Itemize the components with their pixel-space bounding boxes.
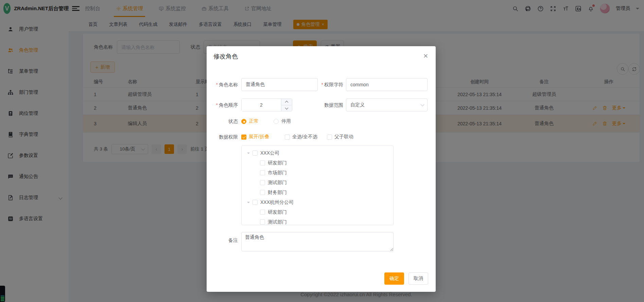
tree-node-dept[interactable]: 市场部门 xyxy=(242,168,393,178)
stepper-down-button[interactable] xyxy=(281,105,292,111)
cancel-button[interactable]: 取消 xyxy=(408,272,428,285)
tree-node-label: 测试部门 xyxy=(268,180,287,186)
radio-icon xyxy=(241,119,246,124)
tree-node-dept[interactable]: 测试部门 xyxy=(242,178,393,188)
tree-node-label: XXX杭州分公司 xyxy=(260,199,294,206)
status-label: 状态 xyxy=(208,115,238,128)
checkbox-icon xyxy=(327,135,332,140)
role-order-label: *角色顺序 xyxy=(208,99,238,111)
required-asterisk: * xyxy=(321,82,323,87)
checkbox-icon[interactable] xyxy=(260,190,265,195)
checkbox-label: 全选/全不选 xyxy=(292,134,317,140)
required-asterisk: * xyxy=(216,82,218,87)
confirm-button[interactable]: 确定 xyxy=(384,272,404,285)
tree-node-label: 财务部门 xyxy=(268,190,287,196)
tree-expand-caret-icon[interactable] xyxy=(247,202,250,205)
checkbox-icon[interactable] xyxy=(260,219,265,225)
data-permission-label: 数据权限 xyxy=(208,130,238,143)
radio-label: 正常 xyxy=(249,118,259,124)
tree-node-label: 测试部门 xyxy=(268,219,287,225)
status-normal-radio[interactable]: 正常 xyxy=(241,118,259,124)
remark-textarea[interactable]: 普通角色 xyxy=(241,232,394,251)
chevron-down-icon xyxy=(420,103,424,106)
tree-node-dept[interactable]: 研发部门 xyxy=(242,207,393,217)
department-tree: XXX公司 研发部门 市场部门 测试部门 财务部门 XXX杭州分公司 xyxy=(241,145,394,225)
checkbox-icon[interactable] xyxy=(260,160,265,165)
role-name-label: *角色名称 xyxy=(208,78,238,91)
select-all-checkbox[interactable]: 全选/全不选 xyxy=(285,134,317,140)
select-value: 自定义 xyxy=(350,102,365,108)
role-order-input[interactable] xyxy=(242,99,281,111)
data-scope-select[interactable]: 自定义 xyxy=(346,99,428,111)
parent-child-linkage-checkbox[interactable]: 父子联动 xyxy=(327,134,353,140)
checkbox-icon[interactable] xyxy=(260,210,265,215)
radio-label: 停用 xyxy=(281,118,291,124)
checkbox-icon[interactable] xyxy=(260,180,265,185)
tree-node-dept[interactable]: 财务部门 xyxy=(242,188,393,197)
role-order-stepper xyxy=(241,99,292,111)
role-name-input[interactable] xyxy=(241,78,318,91)
tree-node-company[interactable]: XXX公司 xyxy=(242,148,393,158)
checkbox-icon xyxy=(241,135,246,140)
checkbox-icon[interactable] xyxy=(253,200,258,205)
tree-node-label: 市场部门 xyxy=(268,170,287,176)
permission-key-label: *权限字符 xyxy=(313,78,343,91)
radio-icon xyxy=(274,119,279,124)
checkbox-icon[interactable] xyxy=(260,170,265,175)
tree-node-branch-company[interactable]: XXX杭州分公司 xyxy=(242,197,393,207)
data-scope-label: 数据范围 xyxy=(313,99,343,111)
remark-label: 备注 xyxy=(208,234,238,247)
expand-collapse-checkbox[interactable]: 展开/折叠 xyxy=(241,134,269,140)
tree-expand-caret-icon[interactable] xyxy=(247,153,250,155)
checkbox-icon[interactable] xyxy=(253,150,258,156)
dialog-footer: 确定 取消 xyxy=(384,272,428,285)
status-disabled-radio[interactable]: 停用 xyxy=(274,118,291,124)
stepper-up-button[interactable] xyxy=(281,99,292,105)
tree-node-label: 研发部门 xyxy=(268,160,287,166)
permission-key-input[interactable] xyxy=(346,78,428,91)
checkbox-label: 展开/折叠 xyxy=(249,134,269,140)
tree-node-label: 研发部门 xyxy=(268,209,287,215)
required-asterisk: * xyxy=(216,102,218,108)
tree-node-dept[interactable]: 测试部门 xyxy=(242,217,393,225)
app-root: V ZRAdmin.NET后台管理 控制台 系统管理 系统监控 系统工具 官网 xyxy=(0,0,644,302)
tree-node-dept[interactable]: 研发部门 xyxy=(242,158,393,168)
tree-node-label: XXX公司 xyxy=(260,150,279,156)
dialog-title: 修改角色 xyxy=(213,52,238,60)
checkbox-label: 父子联动 xyxy=(334,134,353,140)
close-icon[interactable]: ✕ xyxy=(423,53,428,59)
checkbox-icon xyxy=(285,135,290,140)
edit-role-dialog: 修改角色 ✕ *角色名称 *权限字符 *角色顺序 数据范围 自定义 状态 正常 xyxy=(207,46,436,292)
